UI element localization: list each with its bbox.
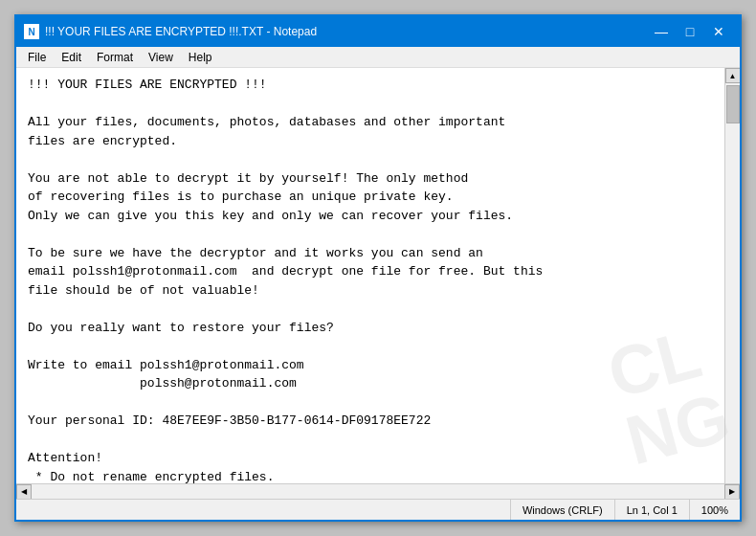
notepad-window: N !!! YOUR FILES ARE ENCRYPTED !!!.TXT -…: [14, 14, 742, 522]
title-controls: — □ ✕: [648, 20, 732, 43]
status-bar: Windows (CRLF) Ln 1, Col 1 100%: [16, 499, 740, 520]
minimize-button[interactable]: —: [648, 20, 675, 43]
scroll-h-track[interactable]: [32, 484, 724, 499]
horizontal-scrollbar[interactable]: ◀ ▶: [16, 483, 740, 499]
text-editor[interactable]: !!! YOUR FILES ARE ENCRYPTED !!! All you…: [16, 68, 724, 483]
status-encoding: Windows (CRLF): [510, 500, 614, 520]
window-title: !!! YOUR FILES ARE ENCRYPTED !!!.TXT - N…: [45, 25, 317, 38]
menu-edit[interactable]: Edit: [54, 49, 89, 66]
bottom-area: ◀ ▶ Windows (CRLF) Ln 1, Col 1 100%: [16, 483, 740, 520]
scroll-thumb[interactable]: [726, 85, 740, 123]
status-position: Ln 1, Col 1: [614, 500, 689, 520]
scroll-right-arrow[interactable]: ▶: [724, 484, 740, 500]
scroll-up-arrow[interactable]: ▲: [725, 68, 741, 83]
menu-file[interactable]: File: [20, 49, 54, 66]
status-zoom: 100%: [689, 500, 740, 520]
close-button[interactable]: ✕: [705, 20, 732, 43]
scroll-left-arrow[interactable]: ◀: [16, 484, 32, 500]
menu-view[interactable]: View: [141, 49, 181, 66]
title-bar: N !!! YOUR FILES ARE ENCRYPTED !!!.TXT -…: [16, 16, 740, 47]
menu-format[interactable]: Format: [89, 49, 141, 66]
app-icon: N: [24, 24, 39, 39]
menu-help[interactable]: Help: [181, 49, 220, 66]
menu-bar: File Edit Format View Help: [16, 47, 740, 68]
content-area: !!! YOUR FILES ARE ENCRYPTED !!! All you…: [16, 68, 740, 483]
maximize-button[interactable]: □: [677, 20, 703, 43]
title-bar-left: N !!! YOUR FILES ARE ENCRYPTED !!!.TXT -…: [24, 24, 317, 39]
